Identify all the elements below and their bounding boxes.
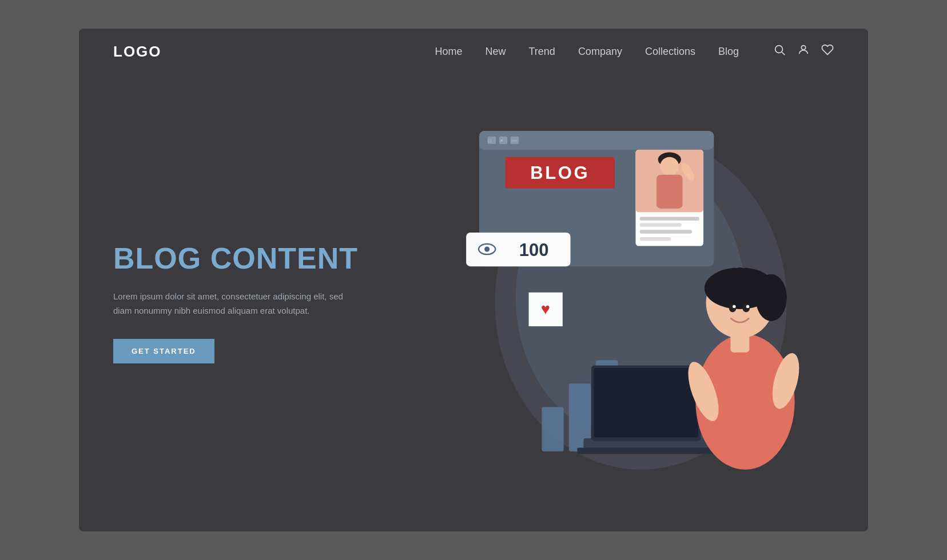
svg-point-46 (742, 304, 750, 313)
svg-rect-19 (656, 175, 683, 209)
nav-icons (773, 43, 834, 59)
svg-point-45 (729, 304, 737, 313)
svg-line-1 (782, 52, 785, 55)
nav-link-blog[interactable]: Blog (718, 46, 739, 57)
svg-text:□: □ (488, 138, 491, 143)
svg-text:BLOG: BLOG (530, 163, 590, 183)
logo: LOGO (113, 43, 162, 61)
svg-rect-24 (640, 237, 671, 241)
svg-point-18 (660, 157, 679, 176)
svg-point-41 (755, 274, 787, 321)
svg-rect-21 (640, 217, 699, 221)
hero-description: Lorem ipsum dolor sit amet, consectetuer… (113, 289, 353, 318)
navbar: LOGO Home New Trend Company Collections … (79, 29, 868, 74)
svg-point-48 (746, 305, 749, 308)
svg-rect-42 (730, 334, 749, 353)
svg-rect-35 (577, 447, 715, 454)
user-icon[interactable] (797, 43, 810, 59)
svg-text:♥: ♥ (541, 300, 550, 318)
svg-point-2 (801, 46, 805, 50)
left-section: BLOG CONTENT Lorem ipsum dolor sit amet,… (113, 242, 437, 363)
get-started-button[interactable]: GET STARTED (113, 339, 214, 363)
svg-rect-37 (594, 368, 698, 437)
svg-point-47 (733, 305, 735, 308)
right-section: □ × — BLOG (437, 74, 834, 531)
nav-link-home[interactable]: Home (435, 46, 462, 57)
svg-text:—: — (511, 138, 517, 143)
nav-item-trend[interactable]: Trend (529, 46, 555, 58)
nav-link-company[interactable]: Company (578, 46, 622, 57)
page-frame: LOGO Home New Trend Company Collections … (79, 29, 868, 531)
svg-rect-22 (640, 223, 682, 226)
nav-links: Home New Trend Company Collections Blog (435, 46, 739, 58)
nav-link-collections[interactable]: Collections (645, 46, 695, 57)
nav-item-company[interactable]: Company (578, 46, 622, 58)
nav-link-new[interactable]: New (486, 46, 506, 57)
search-icon[interactable] (773, 43, 786, 59)
nav-item-blog[interactable]: Blog (718, 46, 739, 58)
svg-point-27 (484, 247, 490, 252)
svg-text:×: × (500, 138, 503, 143)
svg-rect-31 (542, 407, 563, 451)
svg-rect-23 (640, 230, 692, 233)
hero-title: BLOG CONTENT (113, 242, 415, 275)
nav-item-new[interactable]: New (486, 46, 506, 58)
wishlist-heart-icon[interactable] (821, 43, 834, 59)
svg-rect-25 (466, 233, 570, 266)
svg-point-0 (775, 46, 783, 53)
svg-text:100: 100 (519, 240, 549, 260)
main-content: BLOG CONTENT Lorem ipsum dolor sit amet,… (79, 74, 868, 531)
nav-item-collections[interactable]: Collections (645, 46, 695, 58)
nav-item-home[interactable]: Home (435, 46, 462, 58)
nav-link-trend[interactable]: Trend (529, 46, 555, 57)
